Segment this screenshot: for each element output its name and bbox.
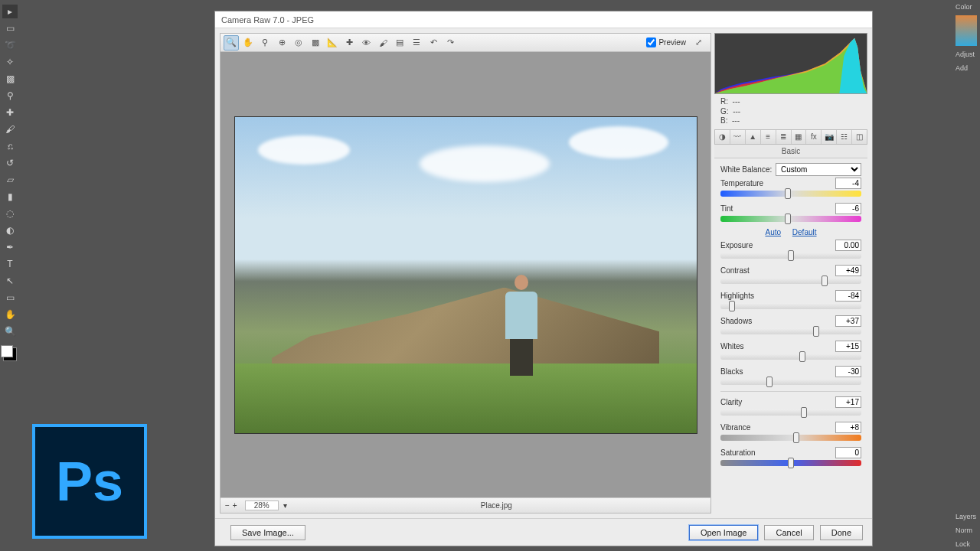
zoom-in-icon[interactable]: + bbox=[233, 501, 237, 510]
ps-zoom-tool-icon[interactable]: 🔍 bbox=[2, 324, 18, 338]
highlights-value[interactable] bbox=[835, 290, 861, 302]
color-sampler-tool-icon[interactable]: ⊕ bbox=[274, 35, 289, 51]
straighten-tool-icon[interactable]: 📐 bbox=[325, 35, 340, 51]
crop-tool-icon[interactable]: ▩ bbox=[308, 35, 323, 51]
ps-type-tool-icon[interactable]: T bbox=[2, 257, 18, 271]
preview-checkbox[interactable] bbox=[646, 37, 656, 47]
ps-stamp-tool-icon[interactable]: ⎌ bbox=[2, 139, 18, 153]
temperature-slider[interactable] bbox=[720, 191, 861, 197]
tab-snapshots-icon[interactable]: ◫ bbox=[852, 130, 867, 144]
tab-split-icon[interactable]: ≣ bbox=[776, 130, 792, 144]
panel-norm-label: Norm bbox=[952, 523, 980, 537]
panel-lock-label: Lock bbox=[952, 537, 980, 551]
ps-wand-tool-icon[interactable]: ✧ bbox=[2, 55, 18, 69]
whites-label: Whites bbox=[720, 342, 835, 350]
preview-column: 🔍 ✋ ⚲ ⊕ ◎ ▩ 📐 ✚ 👁 🖌 ▤ ☰ ↶ ↷ Preview bbox=[220, 33, 711, 514]
ps-dodge-tool-icon[interactable]: ◐ bbox=[2, 223, 18, 237]
saturation-value[interactable] bbox=[835, 447, 861, 458]
ps-heal-tool-icon[interactable]: ✚ bbox=[2, 106, 18, 119]
tint-slider[interactable] bbox=[720, 216, 861, 222]
zoom-value[interactable]: 28% bbox=[245, 500, 279, 510]
ps-lasso-tool-icon[interactable]: ➰ bbox=[2, 38, 18, 52]
vibrance-value[interactable] bbox=[835, 422, 861, 433]
clarity-slider[interactable] bbox=[720, 409, 861, 416]
auto-link[interactable]: Auto bbox=[765, 228, 781, 236]
blacks-value[interactable] bbox=[835, 366, 861, 377]
done-button[interactable]: Done bbox=[820, 525, 863, 540]
graduated-filter-tool-icon[interactable]: ▤ bbox=[392, 35, 407, 51]
panel-add-label[interactable]: Add bbox=[952, 61, 980, 75]
shadows-label: Shadows bbox=[720, 317, 835, 325]
rotate-cw-icon[interactable]: ↷ bbox=[443, 35, 458, 51]
camera-raw-toolbar: 🔍 ✋ ⚲ ⊕ ◎ ▩ 📐 ✚ 👁 🖌 ▤ ☰ ↶ ↷ Preview bbox=[220, 34, 710, 52]
ps-blur-tool-icon[interactable]: ◌ bbox=[2, 207, 18, 220]
histogram[interactable] bbox=[714, 33, 867, 94]
shadows-slider[interactable] bbox=[720, 328, 861, 334]
vibrance-label: Vibrance bbox=[720, 423, 835, 432]
preview-canvas-wrap bbox=[220, 52, 710, 497]
default-link[interactable]: Default bbox=[792, 228, 817, 236]
white-balance-label: White Balance: bbox=[720, 165, 776, 174]
color-picker-strip[interactable] bbox=[956, 15, 977, 46]
ps-brush-tool-icon[interactable]: 🖌 bbox=[2, 122, 18, 136]
ps-pen-tool-icon[interactable]: ✒ bbox=[2, 240, 18, 254]
clarity-label: Clarity bbox=[720, 398, 835, 406]
preview-checkbox-label[interactable]: Preview bbox=[646, 37, 686, 47]
tint-value[interactable] bbox=[835, 203, 861, 214]
prefs-tool-icon[interactable]: ☰ bbox=[409, 35, 424, 51]
contrast-value[interactable] bbox=[835, 265, 861, 276]
whites-value[interactable] bbox=[835, 341, 861, 352]
rotate-ccw-icon[interactable]: ↶ bbox=[426, 35, 441, 51]
adjustment-brush-tool-icon[interactable]: 🖌 bbox=[375, 35, 390, 51]
eyedropper-tool-icon[interactable]: ⚲ bbox=[257, 35, 273, 51]
tab-basic-icon[interactable]: ◑ bbox=[715, 130, 730, 144]
saturation-label: Saturation bbox=[720, 448, 835, 457]
ps-crop-tool-icon[interactable]: ▩ bbox=[2, 72, 18, 86]
highlights-slider[interactable] bbox=[720, 303, 861, 309]
ps-eyedropper-tool-icon[interactable]: ⚲ bbox=[2, 89, 18, 103]
ps-path-tool-icon[interactable]: ↖ bbox=[2, 274, 18, 288]
temperature-value[interactable] bbox=[835, 178, 861, 189]
ps-marquee-tool-icon[interactable]: ▭ bbox=[2, 21, 18, 35]
white-balance-select[interactable]: Custom bbox=[776, 163, 861, 176]
clarity-value[interactable] bbox=[835, 396, 861, 408]
zoom-tool-icon[interactable]: 🔍 bbox=[224, 35, 239, 51]
tab-curve-icon[interactable]: 〰 bbox=[730, 130, 746, 144]
ps-history-tool-icon[interactable]: ↺ bbox=[2, 156, 18, 170]
tab-fx-icon[interactable]: fx bbox=[806, 130, 822, 144]
vibrance-slider[interactable] bbox=[720, 435, 861, 441]
shadows-value[interactable] bbox=[835, 315, 861, 327]
contrast-slider[interactable] bbox=[720, 278, 861, 284]
open-image-button[interactable]: Open Image bbox=[689, 525, 759, 540]
target-adjust-tool-icon[interactable]: ◎ bbox=[291, 35, 306, 51]
hand-tool-icon[interactable]: ✋ bbox=[240, 35, 256, 51]
tab-camera-icon[interactable]: 📷 bbox=[822, 130, 837, 144]
ps-hand-tool-icon[interactable]: ✋ bbox=[2, 308, 18, 321]
tab-lens-icon[interactable]: ▦ bbox=[792, 130, 807, 144]
fullscreen-icon[interactable]: ⤢ bbox=[691, 35, 706, 51]
ps-gradient-tool-icon[interactable]: ▮ bbox=[2, 190, 18, 204]
zoom-out-icon[interactable]: − bbox=[225, 501, 230, 510]
spot-removal-tool-icon[interactable]: ✚ bbox=[341, 35, 357, 51]
filename-label: Place.jpg bbox=[287, 501, 706, 510]
ps-eraser-tool-icon[interactable]: ▱ bbox=[2, 173, 18, 187]
ps-move-tool-icon[interactable]: ▸ bbox=[2, 5, 18, 18]
cancel-button[interactable]: Cancel bbox=[764, 525, 813, 540]
whites-slider[interactable] bbox=[720, 354, 861, 360]
temperature-label: Temperature bbox=[720, 179, 835, 187]
tab-detail-icon[interactable]: ▲ bbox=[746, 130, 761, 144]
save-image-button[interactable]: Save Image... bbox=[230, 525, 305, 540]
exposure-value[interactable] bbox=[835, 240, 861, 251]
photoshop-logo: Ps bbox=[32, 424, 147, 539]
preview-image[interactable] bbox=[234, 116, 697, 434]
ps-swatches-icon[interactable] bbox=[3, 347, 17, 361]
tab-presets-icon[interactable]: ☷ bbox=[837, 130, 852, 144]
panel-adjust-label: Adjust bbox=[952, 47, 980, 61]
tab-hsl-icon[interactable]: ≡ bbox=[761, 130, 776, 144]
panel-title: Basic bbox=[714, 145, 867, 158]
exposure-slider[interactable] bbox=[720, 253, 861, 259]
blacks-slider[interactable] bbox=[720, 379, 861, 385]
redeye-tool-icon[interactable]: 👁 bbox=[358, 35, 374, 51]
saturation-slider[interactable] bbox=[720, 460, 861, 466]
ps-shape-tool-icon[interactable]: ▭ bbox=[2, 291, 18, 305]
